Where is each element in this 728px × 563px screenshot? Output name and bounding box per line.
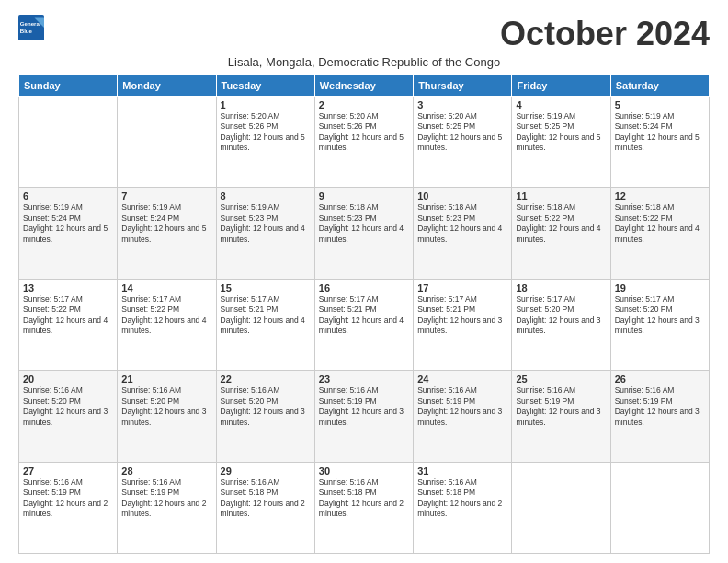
cell-text: Sunrise: 5:19 AM Sunset: 5:25 PM Dayligh… bbox=[516, 111, 606, 154]
calendar-cell: 22Sunrise: 5:16 AM Sunset: 5:20 PM Dayli… bbox=[216, 371, 314, 462]
cell-text: Sunrise: 5:17 AM Sunset: 5:20 PM Dayligh… bbox=[615, 294, 705, 337]
cell-text: Sunrise: 5:20 AM Sunset: 5:25 PM Dayligh… bbox=[417, 111, 507, 154]
calendar-cell: 24Sunrise: 5:16 AM Sunset: 5:19 PM Dayli… bbox=[414, 371, 512, 462]
calendar-cell: 5Sunrise: 5:19 AM Sunset: 5:24 PM Daylig… bbox=[610, 97, 709, 188]
cell-text: Sunrise: 5:16 AM Sunset: 5:19 PM Dayligh… bbox=[516, 385, 606, 428]
day-number: 30 bbox=[319, 465, 409, 477]
day-number: 26 bbox=[615, 373, 705, 385]
calendar-cell: 11Sunrise: 5:18 AM Sunset: 5:22 PM Dayli… bbox=[512, 188, 610, 279]
day-header-sunday: Sunday bbox=[19, 75, 118, 97]
calendar-cell: 9Sunrise: 5:18 AM Sunset: 5:23 PM Daylig… bbox=[314, 188, 413, 279]
day-number: 5 bbox=[615, 99, 705, 110]
calendar-cell: 30Sunrise: 5:16 AM Sunset: 5:18 PM Dayli… bbox=[314, 462, 413, 553]
cell-text: Sunrise: 5:16 AM Sunset: 5:19 PM Dayligh… bbox=[319, 385, 409, 428]
calendar-cell: 29Sunrise: 5:16 AM Sunset: 5:18 PM Dayli… bbox=[216, 462, 314, 553]
calendar-cell: 1Sunrise: 5:20 AM Sunset: 5:26 PM Daylig… bbox=[216, 97, 314, 188]
calendar-cell: 16Sunrise: 5:17 AM Sunset: 5:21 PM Dayli… bbox=[314, 279, 413, 370]
calendar-cell: 10Sunrise: 5:18 AM Sunset: 5:23 PM Dayli… bbox=[414, 188, 512, 279]
calendar-cell: 20Sunrise: 5:16 AM Sunset: 5:20 PM Dayli… bbox=[19, 371, 118, 462]
cell-text: Sunrise: 5:20 AM Sunset: 5:26 PM Dayligh… bbox=[221, 111, 311, 154]
week-row-4: 27Sunrise: 5:16 AM Sunset: 5:19 PM Dayli… bbox=[19, 462, 710, 553]
calendar-cell: 19Sunrise: 5:17 AM Sunset: 5:20 PM Dayli… bbox=[610, 279, 709, 370]
calendar-cell: 12Sunrise: 5:18 AM Sunset: 5:22 PM Dayli… bbox=[610, 188, 709, 279]
calendar-body: 1Sunrise: 5:20 AM Sunset: 5:26 PM Daylig… bbox=[19, 97, 710, 554]
svg-text:Blue: Blue bbox=[20, 28, 33, 34]
cell-text: Sunrise: 5:16 AM Sunset: 5:20 PM Dayligh… bbox=[221, 385, 311, 428]
calendar-cell: 23Sunrise: 5:16 AM Sunset: 5:19 PM Dayli… bbox=[314, 371, 413, 462]
cell-text: Sunrise: 5:17 AM Sunset: 5:22 PM Dayligh… bbox=[121, 294, 211, 337]
day-number: 13 bbox=[23, 282, 113, 293]
day-number: 9 bbox=[319, 190, 409, 201]
day-number: 28 bbox=[121, 465, 211, 477]
week-row-1: 6Sunrise: 5:19 AM Sunset: 5:24 PM Daylig… bbox=[19, 188, 710, 279]
calendar-cell: 8Sunrise: 5:19 AM Sunset: 5:23 PM Daylig… bbox=[216, 188, 314, 279]
cell-text: Sunrise: 5:18 AM Sunset: 5:23 PM Dayligh… bbox=[417, 202, 507, 245]
day-number: 19 bbox=[615, 282, 705, 293]
day-header-friday: Friday bbox=[512, 75, 610, 97]
calendar-cell: 2Sunrise: 5:20 AM Sunset: 5:26 PM Daylig… bbox=[314, 97, 413, 188]
calendar-cell: 21Sunrise: 5:16 AM Sunset: 5:20 PM Dayli… bbox=[118, 371, 216, 462]
day-header-tuesday: Tuesday bbox=[216, 75, 314, 97]
day-number: 1 bbox=[221, 99, 311, 110]
day-number: 22 bbox=[221, 373, 311, 385]
cell-text: Sunrise: 5:16 AM Sunset: 5:19 PM Dayligh… bbox=[417, 385, 507, 428]
day-number: 15 bbox=[221, 282, 311, 293]
header: General Blue October 2024 bbox=[18, 15, 710, 53]
day-number: 3 bbox=[417, 99, 507, 110]
cell-text: Sunrise: 5:18 AM Sunset: 5:22 PM Dayligh… bbox=[516, 202, 606, 245]
day-number: 14 bbox=[121, 282, 211, 293]
calendar-cell: 31Sunrise: 5:16 AM Sunset: 5:18 PM Dayli… bbox=[414, 462, 512, 553]
day-number: 10 bbox=[417, 190, 507, 201]
page: General Blue October 2024 Lisala, Mongal… bbox=[0, 0, 728, 563]
calendar-cell bbox=[19, 97, 118, 188]
day-number: 23 bbox=[319, 373, 409, 385]
calendar-cell: 14Sunrise: 5:17 AM Sunset: 5:22 PM Dayli… bbox=[118, 279, 216, 370]
day-number: 6 bbox=[23, 190, 113, 201]
month-title: October 2024 bbox=[500, 15, 710, 53]
day-header-thursday: Thursday bbox=[414, 75, 512, 97]
cell-text: Sunrise: 5:19 AM Sunset: 5:24 PM Dayligh… bbox=[23, 202, 113, 245]
day-number: 8 bbox=[221, 190, 311, 201]
day-number: 29 bbox=[221, 465, 311, 477]
cell-text: Sunrise: 5:16 AM Sunset: 5:20 PM Dayligh… bbox=[121, 385, 211, 428]
cell-text: Sunrise: 5:19 AM Sunset: 5:23 PM Dayligh… bbox=[221, 202, 311, 245]
cell-text: Sunrise: 5:17 AM Sunset: 5:20 PM Dayligh… bbox=[516, 294, 606, 337]
calendar-cell: 6Sunrise: 5:19 AM Sunset: 5:24 PM Daylig… bbox=[19, 188, 118, 279]
cell-text: Sunrise: 5:16 AM Sunset: 5:19 PM Dayligh… bbox=[23, 477, 113, 520]
cell-text: Sunrise: 5:19 AM Sunset: 5:24 PM Dayligh… bbox=[121, 202, 211, 245]
calendar-cell: 25Sunrise: 5:16 AM Sunset: 5:19 PM Dayli… bbox=[512, 371, 610, 462]
day-headers-row: SundayMondayTuesdayWednesdayThursdayFrid… bbox=[19, 75, 710, 97]
cell-text: Sunrise: 5:18 AM Sunset: 5:23 PM Dayligh… bbox=[319, 202, 409, 245]
calendar-cell: 7Sunrise: 5:19 AM Sunset: 5:24 PM Daylig… bbox=[118, 188, 216, 279]
cell-text: Sunrise: 5:16 AM Sunset: 5:20 PM Dayligh… bbox=[23, 385, 113, 428]
calendar-cell: 3Sunrise: 5:20 AM Sunset: 5:25 PM Daylig… bbox=[414, 97, 512, 188]
calendar-cell: 17Sunrise: 5:17 AM Sunset: 5:21 PM Dayli… bbox=[414, 279, 512, 370]
calendar-cell bbox=[610, 462, 709, 553]
day-number: 21 bbox=[121, 373, 211, 385]
day-number: 4 bbox=[516, 99, 606, 110]
calendar-cell: 26Sunrise: 5:16 AM Sunset: 5:19 PM Dayli… bbox=[610, 371, 709, 462]
day-number: 17 bbox=[417, 282, 507, 293]
cell-text: Sunrise: 5:18 AM Sunset: 5:22 PM Dayligh… bbox=[615, 202, 705, 245]
calendar-cell bbox=[118, 97, 216, 188]
day-header-monday: Monday bbox=[118, 75, 216, 97]
day-number: 2 bbox=[319, 99, 409, 110]
subtitle: Lisala, Mongala, Democratic Republic of … bbox=[18, 55, 710, 69]
day-number: 31 bbox=[417, 465, 507, 477]
cell-text: Sunrise: 5:16 AM Sunset: 5:18 PM Dayligh… bbox=[221, 477, 311, 520]
calendar-table: SundayMondayTuesdayWednesdayThursdayFrid… bbox=[18, 75, 710, 554]
calendar-cell: 27Sunrise: 5:16 AM Sunset: 5:19 PM Dayli… bbox=[19, 462, 118, 553]
cell-text: Sunrise: 5:20 AM Sunset: 5:26 PM Dayligh… bbox=[319, 111, 409, 154]
logo-area: General Blue bbox=[18, 15, 44, 40]
calendar-cell: 28Sunrise: 5:16 AM Sunset: 5:19 PM Dayli… bbox=[118, 462, 216, 553]
calendar-cell: 4Sunrise: 5:19 AM Sunset: 5:25 PM Daylig… bbox=[512, 97, 610, 188]
cell-text: Sunrise: 5:16 AM Sunset: 5:18 PM Dayligh… bbox=[319, 477, 409, 520]
cell-text: Sunrise: 5:16 AM Sunset: 5:19 PM Dayligh… bbox=[615, 385, 705, 428]
calendar-cell: 13Sunrise: 5:17 AM Sunset: 5:22 PM Dayli… bbox=[19, 279, 118, 370]
day-header-saturday: Saturday bbox=[610, 75, 709, 97]
week-row-0: 1Sunrise: 5:20 AM Sunset: 5:26 PM Daylig… bbox=[19, 97, 710, 188]
day-header-wednesday: Wednesday bbox=[314, 75, 413, 97]
day-number: 7 bbox=[121, 190, 211, 201]
calendar-cell: 18Sunrise: 5:17 AM Sunset: 5:20 PM Dayli… bbox=[512, 279, 610, 370]
cell-text: Sunrise: 5:19 AM Sunset: 5:24 PM Dayligh… bbox=[615, 111, 705, 154]
